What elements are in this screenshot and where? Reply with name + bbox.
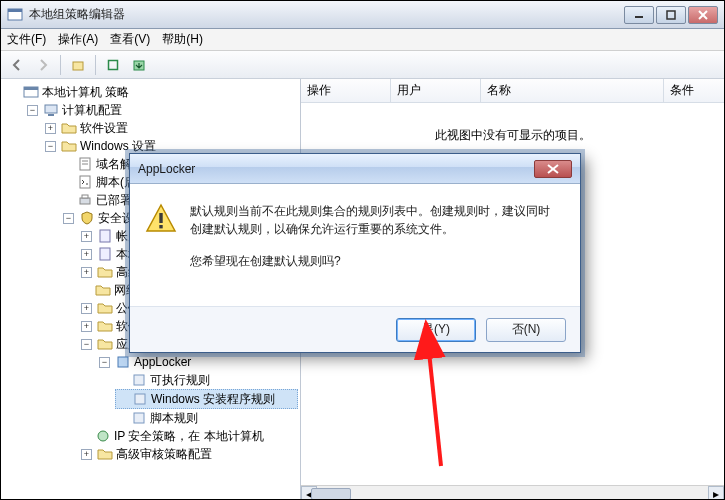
empty-message: 此视图中没有可显示的项目。 xyxy=(435,128,591,142)
folder-icon xyxy=(97,300,113,316)
expand-icon[interactable]: + xyxy=(81,267,92,278)
tree-label: AppLocker xyxy=(134,353,191,371)
tree-script-rules[interactable]: 脚本规则 xyxy=(115,409,298,427)
applocker-dialog: AppLocker 默认规则当前不在此规则集合的规则列表中。创建规则时，建议同时… xyxy=(129,153,581,353)
svg-rect-29 xyxy=(159,225,162,228)
svg-rect-12 xyxy=(48,114,54,116)
col-user[interactable]: 用户 xyxy=(391,79,481,102)
tree-label: 域名解 xyxy=(96,155,132,173)
svg-point-25 xyxy=(98,431,108,441)
collapse-icon[interactable]: − xyxy=(99,357,110,368)
svg-rect-23 xyxy=(135,394,145,404)
applocker-icon xyxy=(115,354,131,370)
window-titlebar: 本地组策略编辑器 xyxy=(1,1,724,29)
menu-view[interactable]: 查看(V) xyxy=(110,31,150,48)
tree-ip-security[interactable]: IP 安全策略，在 本地计算机 xyxy=(79,427,298,445)
collapse-icon[interactable]: − xyxy=(45,141,56,152)
scroll-right-arrow-icon[interactable]: ▸ xyxy=(708,486,724,500)
menu-help[interactable]: 帮助(H) xyxy=(162,31,203,48)
expand-icon[interactable]: + xyxy=(81,231,92,242)
svg-rect-3 xyxy=(667,11,675,19)
maximize-button[interactable] xyxy=(656,6,686,24)
svg-rect-21 xyxy=(118,357,128,367)
tree-computer-config[interactable]: − 计算机配置 xyxy=(25,101,298,119)
svg-rect-17 xyxy=(80,198,90,204)
horizontal-scrollbar[interactable]: ◂ ▸ xyxy=(301,485,724,500)
expand-icon[interactable]: + xyxy=(81,303,92,314)
expand-icon[interactable]: + xyxy=(81,449,92,460)
printer-icon xyxy=(77,192,93,208)
tree-applocker[interactable]: −AppLocker xyxy=(97,353,298,371)
svg-rect-19 xyxy=(100,230,110,242)
col-condition[interactable]: 条件 xyxy=(664,79,724,102)
policy-icon xyxy=(97,246,113,262)
dialog-message-2: 您希望现在创建默认规则吗? xyxy=(190,252,560,270)
expand-icon[interactable]: + xyxy=(81,321,92,332)
svg-rect-6 xyxy=(73,62,83,70)
no-button[interactable]: 否(N) xyxy=(486,318,566,342)
tree-advanced-audit[interactable]: +高级审核策略配置 xyxy=(79,445,298,463)
svg-rect-16 xyxy=(80,176,90,188)
folder-icon xyxy=(97,318,113,334)
col-name[interactable]: 名称 xyxy=(481,79,664,102)
tree-label: 可执行规则 xyxy=(150,371,210,389)
rules-icon xyxy=(131,372,147,388)
expand-icon[interactable]: + xyxy=(81,249,92,260)
shield-icon xyxy=(79,210,95,226)
minimize-button[interactable] xyxy=(624,6,654,24)
script-icon xyxy=(77,174,93,190)
refresh-button[interactable] xyxy=(101,54,125,76)
toolbar-separator xyxy=(95,55,96,75)
tree-label: 本地计算机 策略 xyxy=(42,83,129,101)
yes-button[interactable]: 是(Y) xyxy=(396,318,476,342)
menu-action[interactable]: 操作(A) xyxy=(58,31,98,48)
forward-button[interactable] xyxy=(31,54,55,76)
tree-executable-rules[interactable]: 可执行规则 xyxy=(115,371,298,389)
tree-root[interactable]: 本地计算机 策略 xyxy=(7,83,298,101)
export-button[interactable] xyxy=(127,54,151,76)
svg-rect-18 xyxy=(82,195,88,198)
folder-icon xyxy=(61,120,77,136)
dialog-close-button[interactable] xyxy=(534,160,572,178)
console-root-icon xyxy=(23,84,39,100)
expand-icon[interactable]: + xyxy=(45,123,56,134)
tree-software-settings[interactable]: +软件设置 xyxy=(43,119,298,137)
menu-file[interactable]: 文件(F) xyxy=(7,31,46,48)
tree-label: 高级审核策略配置 xyxy=(116,445,212,463)
tree-label: 软件设置 xyxy=(80,119,128,137)
up-button[interactable] xyxy=(66,54,90,76)
dialog-titlebar: AppLocker xyxy=(130,154,580,184)
tree-label: Windows 安装程序规则 xyxy=(151,390,275,408)
folder-icon xyxy=(97,264,113,280)
back-button[interactable] xyxy=(5,54,29,76)
window-title: 本地组策略编辑器 xyxy=(29,6,125,23)
warning-icon xyxy=(144,202,178,236)
svg-rect-10 xyxy=(24,87,38,90)
folder-icon xyxy=(95,282,111,298)
tree-label: 脚本规则 xyxy=(150,409,198,427)
dialog-title: AppLocker xyxy=(138,162,195,176)
rules-icon xyxy=(132,391,148,407)
svg-rect-7 xyxy=(109,60,118,69)
rules-icon xyxy=(131,410,147,426)
svg-rect-1 xyxy=(8,9,22,12)
collapse-icon[interactable]: − xyxy=(27,105,38,116)
close-button[interactable] xyxy=(688,6,718,24)
folder-icon xyxy=(61,138,77,154)
folder-icon xyxy=(97,336,113,352)
toolbar-separator xyxy=(60,55,61,75)
svg-rect-28 xyxy=(159,213,162,223)
col-action[interactable]: 操作 xyxy=(301,79,391,102)
tree-label: 计算机配置 xyxy=(62,101,122,119)
policy-icon xyxy=(97,228,113,244)
tree-windows-installer-rules[interactable]: Windows 安装程序规则 xyxy=(115,389,298,409)
collapse-icon[interactable]: − xyxy=(81,339,92,350)
tree-label: IP 安全策略，在 本地计算机 xyxy=(114,427,264,445)
toolbar xyxy=(1,51,724,79)
svg-rect-20 xyxy=(100,248,110,260)
list-header: 操作 用户 名称 条件 xyxy=(301,79,724,103)
scroll-thumb[interactable] xyxy=(311,488,351,500)
menubar: 文件(F) 操作(A) 查看(V) 帮助(H) xyxy=(1,29,724,51)
collapse-icon[interactable]: − xyxy=(63,213,74,224)
policy-icon xyxy=(77,156,93,172)
